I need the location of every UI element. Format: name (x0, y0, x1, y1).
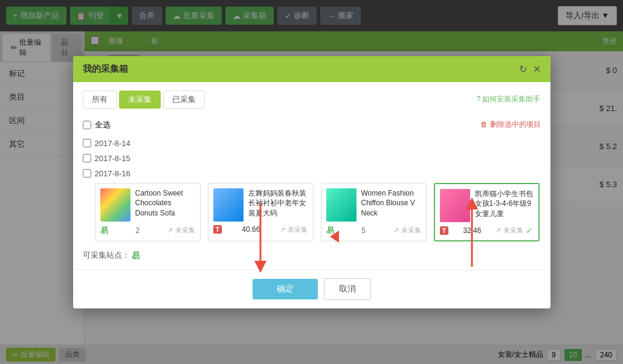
card-source-2: T (213, 225, 222, 234)
modal-select-all[interactable] (83, 121, 91, 129)
card-title-4: 凯蒂猫小学生书包女孩1-3-4-6年级9女童儿童 (475, 189, 534, 222)
card-thumbnail-3 (326, 188, 357, 222)
help-link[interactable]: ? 如何安装采集助手 (476, 94, 540, 104)
product-card-4: 凯蒂猫小学生书包女孩1-3-4-6年级9女童儿童 T 32.46 ↗ 未采集 ✓ (434, 183, 540, 241)
card-title-2: 左舞妈妈装春秋装长袖衬衫中老年女装夏大码 (248, 188, 308, 222)
filter-tab-group: 所有 未采集 已采集 (83, 91, 205, 109)
product-card-2: 左舞妈妈装春秋装长袖衬衫中老年女装夏大码 T 40.66 ↗ 未采集 (208, 183, 314, 241)
check-icon: ✓ (526, 226, 533, 235)
card-price-4: 32.46 (463, 226, 481, 235)
card-status-1: ↗ 未采集 (167, 226, 195, 235)
card-title-1: Cartoon Sweet Chocolates Donuts Sofa (135, 188, 195, 222)
card-thumbnail-2 (213, 188, 244, 222)
date-group-1: 2017-8-14 (83, 139, 541, 148)
select-all-label[interactable]: 全选 (83, 120, 111, 130)
modal-title: 我的采集箱 (83, 63, 128, 75)
card-top-3: Women Fashion Chiffon Blouse V Neck (326, 188, 421, 222)
product-card-3: Women Fashion Chiffon Blouse V Neck 易 5 … (321, 183, 427, 241)
collection-site[interactable]: 易 (132, 251, 140, 260)
date-group-3: 2017-8-16 Cartoon Sweet Chocolates Donut… (83, 169, 541, 241)
product-cards: Cartoon Sweet Chocolates Donuts Sofa 易 2… (95, 183, 541, 241)
modal-refresh-button[interactable]: ↻ (519, 63, 527, 75)
share-icon-1: ↗ (167, 226, 173, 234)
card-status-4: ↗ 未采集 ✓ (495, 226, 533, 235)
card-thumbnail-1 (100, 188, 131, 222)
confirm-button[interactable]: 确定 (253, 279, 318, 299)
collect-box-modal: 我的采集箱 ↻ ✕ 所有 未采集 已采集 ? 如何安装采集助手 (73, 56, 550, 308)
card-count-3: 5 (361, 226, 366, 235)
card-bottom-3: 易 5 ↗ 未采集 (326, 225, 421, 236)
modal-body: 所有 未采集 已采集 ? 如何安装采集助手 全选 🗑 删除选中的项目 (73, 82, 550, 269)
card-status-3: ↗ 未采集 (393, 226, 421, 235)
filter-tabs: 所有 未采集 已采集 ? 如何安装采集助手 (83, 91, 541, 109)
date-group-2: 2017-8-15 (83, 154, 541, 163)
delete-selected-button[interactable]: 🗑 删除选中的项目 (480, 120, 540, 130)
card-top-2: 左舞妈妈装春秋装长袖衬衫中老年女装夏大码 (213, 188, 308, 222)
card-count-1: 2 (135, 226, 140, 235)
date-label-3: 2017-8-16 (83, 169, 541, 178)
share-icon-2: ↗ (280, 226, 285, 234)
date-label-2: 2017-8-15 (83, 154, 541, 163)
card-source-1: 易 (100, 225, 108, 236)
card-bottom-2: T 40.66 ↗ 未采集 (213, 225, 308, 234)
product-card-1: Cartoon Sweet Chocolates Donuts Sofa 易 2… (95, 183, 201, 241)
modal-header: 我的采集箱 ↻ ✕ (73, 56, 550, 82)
collection-point: 可采集站点： 易 (83, 250, 541, 261)
date-checkbox-2[interactable] (83, 154, 91, 162)
trash-icon: 🗑 (480, 120, 488, 129)
card-thumbnail-4 (440, 189, 470, 222)
card-top-1: Cartoon Sweet Chocolates Donuts Sofa (100, 188, 195, 222)
modal-overlay: 我的采集箱 ↻ ✕ 所有 未采集 已采集 ? 如何安装采集助手 (0, 0, 623, 364)
share-icon-3: ↗ (393, 226, 399, 234)
cancel-button[interactable]: 取消 (324, 278, 371, 300)
card-bottom-1: 易 2 ↗ 未采集 (100, 225, 195, 236)
date-label-1: 2017-8-14 (83, 139, 541, 148)
filter-tab-uncollected[interactable]: 未采集 (119, 91, 161, 109)
card-source-4: T (440, 226, 449, 235)
share-icon-4: ↗ (495, 226, 501, 234)
date-checkbox-3[interactable] (83, 169, 91, 177)
filter-tab-collected[interactable]: 已采集 (163, 91, 205, 109)
card-top-4: 凯蒂猫小学生书包女孩1-3-4-6年级9女童儿童 (440, 189, 534, 222)
date-checkbox-1[interactable] (83, 139, 91, 147)
select-all-row: 全选 🗑 删除选中的项目 (83, 117, 541, 133)
card-title-3: Women Fashion Chiffon Blouse V Neck (361, 188, 421, 222)
card-price-2: 40.66 (242, 225, 260, 234)
modal-close-button[interactable]: ✕ (533, 63, 541, 75)
card-status-2: ↗ 未采集 (280, 225, 308, 234)
modal-footer: 确定 取消 (73, 269, 550, 308)
card-bottom-4: T 32.46 ↗ 未采集 ✓ (440, 226, 534, 235)
card-source-3: 易 (326, 225, 334, 236)
filter-tab-all[interactable]: 所有 (83, 91, 117, 109)
modal-header-actions: ↻ ✕ (519, 63, 541, 75)
